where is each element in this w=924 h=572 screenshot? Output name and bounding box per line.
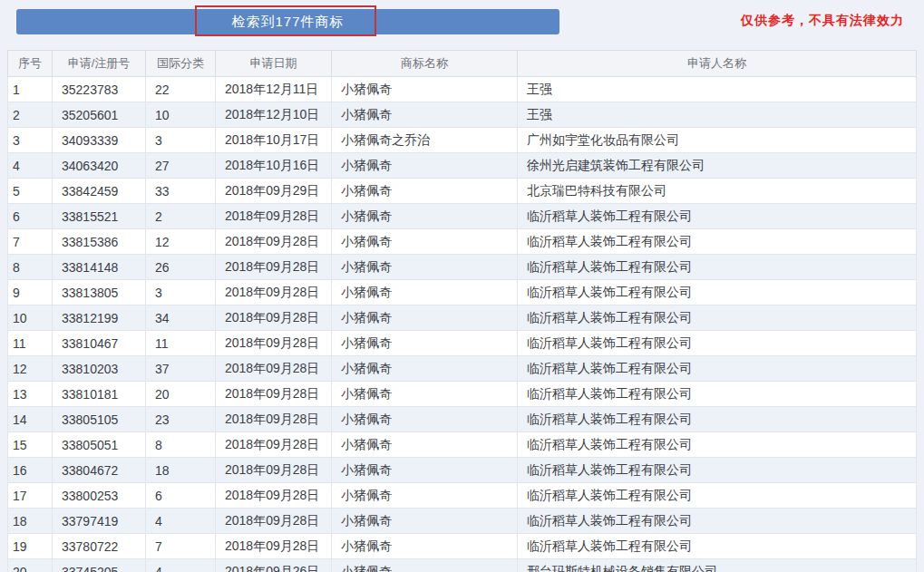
cell-date: 2018年09月28日: [216, 483, 332, 509]
cell-intl-class: 2: [146, 204, 216, 229]
cell-mark-name[interactable]: 小猪佩奇: [332, 407, 518, 432]
cell-date: 2018年09月28日: [216, 204, 332, 229]
cell-serial: 1: [8, 77, 53, 102]
cell-date: 2018年09月28日: [216, 407, 332, 432]
cell-reg-no[interactable]: 34093339: [53, 128, 146, 153]
cell-mark-name[interactable]: 小猪佩奇: [332, 432, 518, 458]
cell-mark-name[interactable]: 小猪佩奇: [332, 179, 518, 204]
cell-mark-name[interactable]: 小猪佩奇: [332, 102, 518, 128]
cell-reg-no[interactable]: 35205601: [53, 102, 146, 128]
cell-reg-no[interactable]: 34063420: [53, 153, 146, 179]
cell-date: 2018年09月28日: [216, 432, 332, 458]
cell-mark-name[interactable]: 小猪佩奇: [332, 280, 518, 305]
cell-reg-no[interactable]: 33842459: [53, 179, 146, 204]
cell-mark-name[interactable]: 小猪佩奇: [332, 204, 518, 229]
table-row: 93381380532018年09月28日小猪佩奇临沂稻草人装饰工程有限公司: [8, 280, 917, 305]
cell-date: 2018年09月28日: [216, 331, 332, 356]
cell-mark-name[interactable]: 小猪佩奇: [332, 331, 518, 356]
cell-intl-class: 7: [146, 534, 216, 559]
cell-mark-name[interactable]: 小猪佩奇: [332, 229, 518, 255]
table-row: 434063420272018年10月16日小猪佩奇徐州光启建筑装饰工程有限公司: [8, 153, 917, 179]
cell-applicant: 临沂稻草人装饰工程有限公司: [518, 229, 917, 255]
cell-applicant: 临沂稻草人装饰工程有限公司: [518, 382, 917, 407]
table-row: 33409333932018年10月17日小猪佩奇之乔治广州如宇堂化妆品有限公司: [8, 128, 917, 153]
cell-date: 2018年09月28日: [216, 280, 332, 305]
cell-intl-class: 33: [146, 179, 216, 204]
cell-reg-no[interactable]: 33810203: [53, 356, 146, 382]
cell-applicant: 临沂稻草人装饰工程有限公司: [518, 280, 917, 305]
cell-reg-no[interactable]: 33804672: [53, 458, 146, 483]
table-row: 193378072272018年09月28日小猪佩奇临沂稻草人装饰工程有限公司: [8, 534, 917, 559]
cell-intl-class: 8: [146, 432, 216, 458]
table-row: 135223783222018年12月11日小猪佩奇王强: [8, 77, 917, 102]
cell-mark-name[interactable]: 小猪佩奇: [332, 559, 518, 572]
cell-serial: 6: [8, 204, 53, 229]
table-row: 173380025362018年09月28日小猪佩奇临沂稻草人装饰工程有限公司: [8, 483, 917, 509]
cell-mark-name[interactable]: 小猪佩奇: [332, 458, 518, 483]
cell-mark-name[interactable]: 小猪佩奇: [332, 255, 518, 280]
cell-date: 2018年12月11日: [216, 77, 332, 102]
cell-mark-name[interactable]: 小猪佩奇: [332, 356, 518, 382]
cell-reg-no[interactable]: 33812199: [53, 305, 146, 331]
cell-mark-name[interactable]: 小猪佩奇: [332, 534, 518, 559]
cell-mark-name[interactable]: 小猪佩奇: [332, 509, 518, 534]
table-header: 序号 申请/注册号 国际分类 申请日期 商标名称 申请人名称: [8, 51, 917, 77]
cell-applicant: 临沂稻草人装饰工程有限公司: [518, 509, 917, 534]
cell-applicant: 邢台玛斯特机械设备销售有限公司: [518, 559, 917, 572]
cell-reg-no[interactable]: 33815521: [53, 204, 146, 229]
cell-serial: 13: [8, 382, 53, 407]
table-row: 1333810181202018年09月28日小猪佩奇临沂稻草人装饰工程有限公司: [8, 382, 917, 407]
cell-intl-class: 10: [146, 102, 216, 128]
col-header-reg-no: 申请/注册号: [53, 51, 146, 77]
cell-date: 2018年09月28日: [216, 382, 332, 407]
cell-intl-class: 18: [146, 458, 216, 483]
cell-serial: 9: [8, 280, 53, 305]
cell-reg-no[interactable]: 33810181: [53, 382, 146, 407]
cell-reg-no[interactable]: 33800253: [53, 483, 146, 509]
table-row: 533842459332018年09月29日小猪佩奇北京瑞巴特科技有限公司: [8, 179, 917, 204]
cell-reg-no[interactable]: 33745205: [53, 559, 146, 572]
cell-intl-class: 6: [146, 483, 216, 509]
col-header-intl-class: 国际分类: [146, 51, 216, 77]
cell-reg-no[interactable]: 33805051: [53, 432, 146, 458]
cell-reg-no[interactable]: 35223783: [53, 77, 146, 102]
cell-intl-class: 11: [146, 331, 216, 356]
cell-serial: 15: [8, 432, 53, 458]
cell-intl-class: 34: [146, 305, 216, 331]
cell-intl-class: 12: [146, 229, 216, 255]
cell-mark-name[interactable]: 小猪佩奇: [332, 77, 518, 102]
cell-serial: 5: [8, 179, 53, 204]
cell-mark-name[interactable]: 小猪佩奇: [332, 483, 518, 509]
cell-reg-no[interactable]: 33797419: [53, 509, 146, 534]
cell-reg-no[interactable]: 33780722: [53, 534, 146, 559]
table-row: 1633804672182018年09月28日小猪佩奇临沂稻草人装饰工程有限公司: [8, 458, 917, 483]
table-row: 235205601102018年12月10日小猪佩奇王强: [8, 102, 917, 128]
table-row: 63381552122018年09月28日小猪佩奇临沂稻草人装饰工程有限公司: [8, 204, 917, 229]
cell-date: 2018年09月28日: [216, 356, 332, 382]
table-row: 833814148262018年09月28日小猪佩奇临沂稻草人装饰工程有限公司: [8, 255, 917, 280]
cell-date: 2018年09月26日: [216, 559, 332, 572]
cell-date: 2018年09月28日: [216, 305, 332, 331]
cell-reg-no[interactable]: 33815386: [53, 229, 146, 255]
cell-serial: 11: [8, 331, 53, 356]
cell-intl-class: 20: [146, 382, 216, 407]
cell-applicant: 临沂稻草人装饰工程有限公司: [518, 331, 917, 356]
cell-intl-class: 3: [146, 128, 216, 153]
cell-serial: 12: [8, 356, 53, 382]
cell-mark-name[interactable]: 小猪佩奇之乔治: [332, 128, 518, 153]
cell-reg-no[interactable]: 33805105: [53, 407, 146, 432]
cell-mark-name[interactable]: 小猪佩奇: [332, 305, 518, 331]
cell-intl-class: 26: [146, 255, 216, 280]
search-result-count-banner: 检索到177件商标: [16, 9, 559, 34]
cell-applicant: 临沂稻草人装饰工程有限公司: [518, 432, 917, 458]
cell-date: 2018年10月16日: [216, 153, 332, 179]
cell-reg-no[interactable]: 33813805: [53, 280, 146, 305]
cell-intl-class: 23: [146, 407, 216, 432]
cell-mark-name[interactable]: 小猪佩奇: [332, 382, 518, 407]
cell-intl-class: 37: [146, 356, 216, 382]
cell-applicant: 临沂稻草人装饰工程有限公司: [518, 305, 917, 331]
cell-reg-no[interactable]: 33810467: [53, 331, 146, 356]
cell-mark-name[interactable]: 小猪佩奇: [332, 153, 518, 179]
cell-reg-no[interactable]: 33814148: [53, 255, 146, 280]
cell-serial: 19: [8, 534, 53, 559]
